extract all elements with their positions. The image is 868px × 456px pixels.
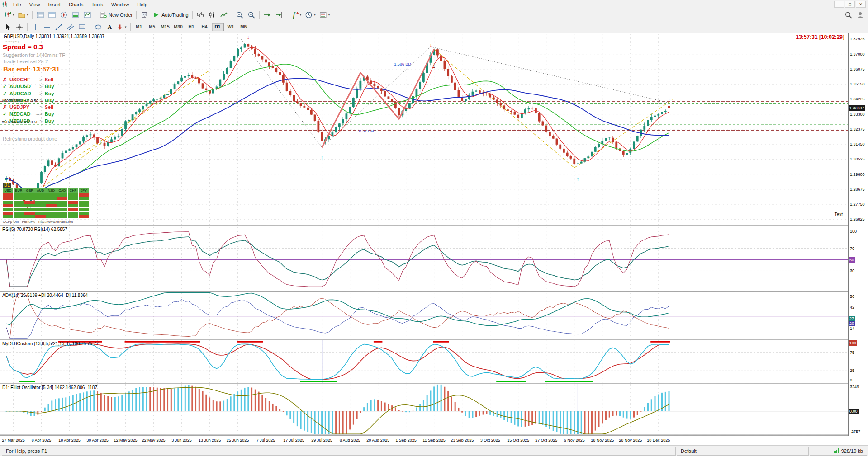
auto-scroll-button[interactable] xyxy=(261,10,273,20)
data-window-button[interactable] xyxy=(46,10,58,20)
market-watch-button[interactable] xyxy=(34,10,46,20)
refreshing-label: Refreshing product done xyxy=(3,136,57,141)
window-minimize-button[interactable]: – xyxy=(834,1,844,8)
window-restore-button[interactable]: □ xyxy=(845,1,855,8)
timeframe-d1-button[interactable]: D1 xyxy=(212,23,224,31)
dlb-chart-surface[interactable] xyxy=(0,340,848,383)
timeframe-mn-button[interactable]: MN xyxy=(238,23,250,31)
search-button[interactable] xyxy=(843,10,854,20)
matrix-cell xyxy=(57,201,68,204)
profiles-button[interactable]: ▾ xyxy=(16,10,31,20)
cursor-button[interactable] xyxy=(2,22,14,32)
line-chart-button[interactable] xyxy=(218,10,230,20)
channel-button[interactable] xyxy=(65,22,76,32)
bar-chart-button[interactable] xyxy=(194,10,206,20)
date-axis[interactable]: 27 Mar 20258 Apr 202518 Apr 202530 Apr 2… xyxy=(0,436,868,445)
horizontal-line-button[interactable] xyxy=(41,22,53,32)
adx-panel[interactable]: ADX(14) 26.5139 +DI 20.4464 -DI 11.8364 xyxy=(0,292,848,339)
timeframe-buttons: M1M5M15M30H1H4D1W1MN xyxy=(133,23,251,31)
matrix-cell xyxy=(24,201,35,204)
axis-tick-label: 75 xyxy=(850,350,854,355)
caret-down-icon: ▾ xyxy=(314,13,316,17)
currency-strength-matrix: D1 USDEURGBPAUDNZDCADCHFJPY CCFp-Diff - … xyxy=(3,182,90,224)
menu-tools[interactable]: Tools xyxy=(87,1,107,8)
price-axis[interactable]: 1.379251.370001.360751.351501.342251.333… xyxy=(848,33,868,436)
vertical-line-button[interactable] xyxy=(29,22,41,32)
menu-file[interactable]: File xyxy=(9,1,25,8)
matrix-row xyxy=(3,208,90,211)
timeframe-m30-button[interactable]: M30 xyxy=(172,23,185,31)
signal-arrow: --> xyxy=(36,90,43,97)
timeframe-h4-button[interactable]: H4 xyxy=(199,23,211,31)
axis-tick-label: 1.36075 xyxy=(850,67,865,71)
fibonacci-button[interactable] xyxy=(76,22,88,32)
window-close-button[interactable]: ✕ xyxy=(856,1,866,8)
new-order-button[interactable]: New Order xyxy=(97,10,134,20)
indicators-button[interactable]: ƒ▾ xyxy=(289,10,304,20)
elliot-chart-surface[interactable] xyxy=(0,384,848,434)
text-button[interactable]: A xyxy=(104,22,114,32)
terminal-button[interactable] xyxy=(70,10,81,20)
menu-insert[interactable]: Insert xyxy=(44,1,65,8)
matrix-cell xyxy=(3,204,14,207)
rsi-header: RSI(5) 70.8730 RSI(14) 62.5857 xyxy=(2,227,67,232)
timeframe-m5-button[interactable]: M5 xyxy=(146,23,158,31)
terminal-icon xyxy=(71,11,80,19)
axis-badge-rsi: 50 xyxy=(849,257,855,263)
zoom-out-button[interactable] xyxy=(246,10,257,20)
timeframe-m1-button[interactable]: M1 xyxy=(133,23,145,31)
rsi-panel[interactable]: RSI(5) 70.8730 RSI(14) 62.5857 xyxy=(0,226,848,291)
date-tick-label: 30 Apr 2025 xyxy=(86,438,109,442)
matrix-header-usd: USD xyxy=(3,188,14,193)
timeframe-m15-button[interactable]: M15 xyxy=(159,23,171,31)
axis-tick-label: 100 xyxy=(850,229,857,234)
menu-window[interactable]: Window xyxy=(107,1,133,8)
expert-advisors-button[interactable] xyxy=(138,10,150,20)
shapes-button[interactable] xyxy=(92,22,104,32)
arrows-button[interactable]: ▾ xyxy=(114,22,128,32)
check-icon: ✓ xyxy=(3,111,7,118)
menu-help[interactable]: Help xyxy=(133,1,152,8)
toolbar-right-buttons xyxy=(843,10,866,20)
matrix-cell xyxy=(68,201,79,204)
menu-charts[interactable]: Charts xyxy=(65,1,87,8)
timeframe-w1-button[interactable]: W1 xyxy=(225,23,237,31)
status-connection: 928/10 kb xyxy=(810,447,867,456)
chart-workspace: ↓↓↓↓↑↑1.586 BD0.577 AC GBPUSD,Daily 1.33… xyxy=(0,33,868,445)
main-chart-surface[interactable]: ↓↓↓↓↑↑1.586 BD0.577 AC xyxy=(0,33,848,225)
autotrading-button[interactable]: AutoTrading xyxy=(150,10,190,20)
crosshair-button[interactable] xyxy=(14,22,25,32)
candle-chart-button[interactable] xyxy=(206,10,218,20)
buy-arrow: ↑ xyxy=(576,175,579,182)
status-profile[interactable]: Default xyxy=(677,447,809,456)
elliot-oscillator-panel[interactable]: D1: Elliot Oscillator [5-34] 1462.1462.8… xyxy=(0,384,848,434)
date-tick-label: 11 Sep 2025 xyxy=(422,438,445,442)
ma-medium-line xyxy=(6,64,669,193)
experts-icon xyxy=(140,11,148,19)
matrix-header-jpy: JPY xyxy=(79,188,90,193)
main-chart-panel[interactable]: ↓↓↓↓↑↑1.586 BD0.577 AC GBPUSD,Daily 1.33… xyxy=(0,33,848,225)
periods-button[interactable]: ▾ xyxy=(303,10,318,20)
signal-pair: USDJPY xyxy=(9,104,34,111)
matrix-cell xyxy=(24,215,35,218)
matrix-cell xyxy=(79,208,90,211)
adx-chart-surface[interactable] xyxy=(0,292,848,339)
zoom-in-button[interactable] xyxy=(234,10,246,20)
elliot-ma-line xyxy=(6,387,669,434)
menu-bar: FileViewInsertChartsToolsWindowHelp –□✕ xyxy=(0,0,868,9)
navigator-button[interactable] xyxy=(58,10,70,20)
rsi-chart-surface[interactable] xyxy=(0,226,848,291)
strategy-tester-button[interactable] xyxy=(81,10,93,20)
trendline-button[interactable] xyxy=(53,22,65,32)
timeframe-h1-button[interactable]: H1 xyxy=(185,23,198,31)
dlb-oscillator-panel[interactable]: MyDLBCustom (13,8,5,5/21,13,8), 100 75 7… xyxy=(0,340,848,383)
new-chart-button[interactable]: ▾ xyxy=(2,10,16,20)
toolbar-separator xyxy=(136,11,137,19)
menu-view[interactable]: View xyxy=(25,1,44,8)
community-button[interactable] xyxy=(854,10,866,20)
toolbar-separator xyxy=(32,11,33,19)
templates-button[interactable]: ▾ xyxy=(318,10,332,20)
chart-shift-button[interactable] xyxy=(273,10,285,20)
dlb-header: MyDLBCustom (13,8,5,5/21,13,8), 100 75 7… xyxy=(2,341,99,346)
axis-tick-label: 1.35150 xyxy=(850,82,865,86)
